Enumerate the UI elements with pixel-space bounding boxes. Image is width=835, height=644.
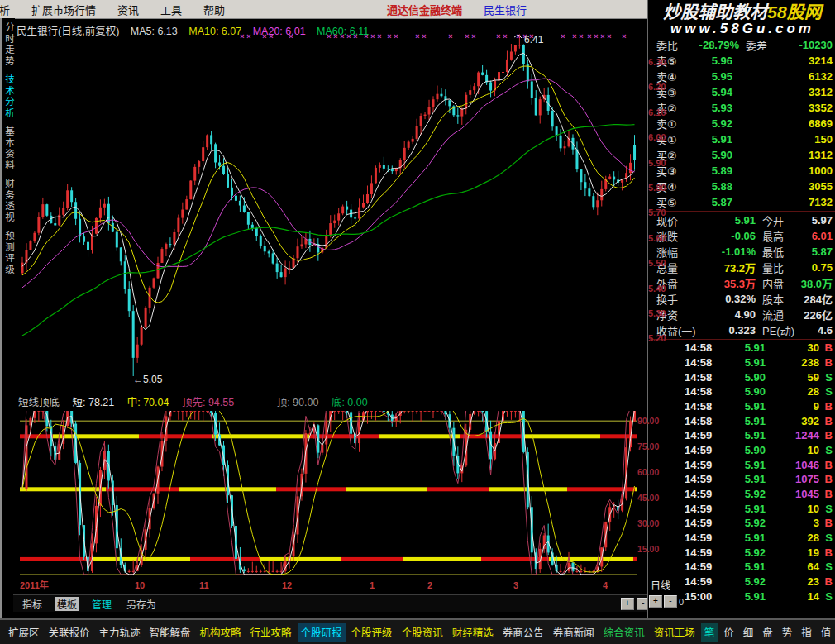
tick-time: 14:58	[685, 341, 723, 354]
menu-item-1[interactable]: 扩展市场行情	[31, 2, 96, 17]
bottombar-值[interactable]: 值	[818, 623, 835, 642]
svg-text:←5.05: ←5.05	[133, 374, 163, 385]
bottombar-券商公告[interactable]: 券商公告	[499, 623, 547, 642]
menu-item-4[interactable]: 帮助	[203, 2, 225, 17]
level-price: 5.93	[689, 102, 732, 114]
bottombar-指[interactable]: 指	[798, 623, 815, 642]
tick-time: 14:59	[685, 459, 723, 471]
buy-level-row[interactable]: 买①5.91150	[648, 131, 835, 147]
tick-row: 14:595.921045B	[648, 487, 835, 502]
bottombar-笔[interactable]: 笔	[701, 623, 718, 642]
bottombar-势[interactable]: 势	[779, 623, 796, 642]
bottombar-盘[interactable]: 盘	[759, 623, 776, 642]
tick-volume: 19	[766, 546, 819, 559]
bottombar-主力轨迹[interactable]: 主力轨迹	[96, 623, 144, 642]
watermark-url: www.58Gu.com	[648, 21, 835, 37]
bottombar-智能解盘[interactable]: 智能解盘	[146, 623, 194, 642]
bottombar-扩展区[interactable]: 扩展区	[5, 623, 43, 642]
zoom-in-button[interactable]: +	[621, 598, 634, 610]
ma60-label: MA60: 6.11	[317, 26, 369, 37]
tdx-terminal-window: { "menu": { "items": ["分析", "扩展市场行情", "资…	[0, 0, 835, 644]
bottombar-关联报价[interactable]: 关联报价	[45, 623, 93, 642]
info-value: -1.01%	[704, 246, 756, 258]
tick-price: 5.91	[723, 341, 766, 354]
bottombar-券商新闻[interactable]: 券商新闻	[550, 623, 598, 642]
sell-level-row[interactable]: 卖④5.956132	[648, 69, 835, 84]
tick-volume: 64	[766, 561, 819, 573]
tick-side: B	[819, 400, 833, 413]
tab-指标[interactable]: 指标	[20, 597, 45, 611]
bottombar-个股研报[interactable]: 个股研报	[298, 623, 346, 642]
tab-管理[interactable]: 管理	[89, 597, 114, 611]
sidebar-item[interactable]: 基本资料	[2, 126, 16, 171]
tick-side: S	[819, 532, 833, 544]
svg-text:11: 11	[199, 580, 209, 590]
sidebar-item[interactable]: 财务透视	[2, 179, 16, 223]
sidebar-item[interactable]: 技术分析	[2, 74, 16, 119]
tick-row: 14:585.9130B	[648, 341, 835, 355]
bottombar-个股评级[interactable]: 个股评级	[348, 623, 396, 642]
bottombar-行业攻略[interactable]: 行业攻略	[247, 623, 295, 642]
minus-button[interactable]: -	[664, 595, 677, 608]
sell-level-row[interactable]: 卖①5.926869	[648, 116, 835, 131]
sell-level-row[interactable]: 卖⑤5.963214	[648, 53, 835, 69]
info-label: PE(动)	[762, 322, 800, 338]
info-label: 涨幅	[656, 244, 704, 260]
sidebar-item[interactable]: 预测评级	[2, 231, 16, 275]
bottombar-财经精选[interactable]: 财经精选	[449, 623, 497, 642]
tick-side: S	[819, 503, 833, 515]
menu-item-3[interactable]: 工具	[160, 2, 182, 17]
menu-item-0[interactable]: 分析	[0, 2, 10, 17]
svg-text:×: ×	[448, 32, 452, 41]
svg-text:×: ×	[622, 32, 626, 41]
tab-模板[interactable]: 模板	[55, 597, 79, 611]
tick-price: 5.92	[723, 517, 766, 529]
tick-volume: 30	[766, 341, 819, 354]
svg-text:2: 2	[427, 580, 432, 590]
menu-item-2[interactable]: 资讯	[117, 2, 139, 17]
tick-side: S	[819, 444, 833, 456]
current-stock-label: 民生银行	[484, 2, 527, 17]
indicator-header-row: 短线顶底 短: 78.21 中: 70.04 顶先: 94.55 顶: 90.0…	[18, 394, 378, 409]
tick-side: B	[819, 473, 833, 485]
sell-level-row[interactable]: 卖③5.943312	[648, 84, 835, 100]
sell-levels: 卖⑤5.963214卖④5.956132卖③5.943312卖②5.933352…	[648, 53, 835, 131]
buy-level-row[interactable]: 买③5.891000	[648, 163, 835, 179]
svg-text:2011年: 2011年	[20, 580, 49, 590]
buy-level-row[interactable]: 买④5.883055	[648, 179, 835, 194]
bottombar-价[interactable]: 价	[720, 623, 737, 642]
svg-text:×: ×	[422, 32, 426, 41]
indicator-name: 短线顶底	[18, 397, 60, 408]
bottombar-细[interactable]: 细	[740, 623, 757, 642]
bottombar-资讯工场[interactable]: 资讯工场	[651, 623, 699, 642]
plus-button[interactable]: +	[649, 595, 662, 608]
tick-price: 5.91	[723, 356, 766, 369]
bottom-toolbar: 扩展区关联报价主力轨迹智能解盘机构攻略行业攻略个股研报个股评级个股资讯财经精选券…	[0, 618, 835, 644]
indicator-top-value: 顶: 90.00	[277, 397, 319, 408]
tick-price: 5.92	[723, 546, 766, 559]
period-label[interactable]: 日线	[648, 578, 685, 592]
info-label: 涨跌	[656, 228, 704, 244]
ma-lines	[22, 53, 635, 336]
buy-level-row[interactable]: 买⑤5.877132	[648, 194, 835, 210]
info-row: 换手0.32%股本284亿	[648, 291, 835, 307]
ma20-label: MA20: 6.01	[253, 26, 306, 37]
tick-volume: 1046	[766, 459, 819, 471]
quote-panel: 炒股辅助教材58股网 www.58Gu.com 委比 -28.79% 委差 -1…	[647, 0, 835, 618]
bottombar-机构攻略[interactable]: 机构攻略	[197, 623, 245, 642]
sidebar-item[interactable]: 分时走势	[2, 22, 16, 67]
tick-time: 15:00	[685, 590, 723, 603]
sell-level-row[interactable]: 卖②5.933352	[648, 100, 835, 116]
watermark: 炒股辅助教材58股网 www.58Gu.com	[648, 0, 835, 37]
level-volume: 150	[732, 133, 833, 145]
svg-text:×: ×	[377, 32, 381, 41]
bottombar-个股资讯[interactable]: 个股资讯	[398, 623, 446, 642]
tab-另存为[interactable]: 另存为	[124, 597, 159, 611]
info-value: 5.91	[704, 214, 756, 227]
level-volume: 1000	[732, 165, 833, 177]
buy-level-row[interactable]: 买②5.901312	[648, 147, 835, 163]
info-row: 外盘35.3万内盘38.0万	[648, 275, 835, 291]
bottombar-综合资讯[interactable]: 综合资讯	[600, 623, 648, 642]
svg-text:×: ×	[522, 32, 527, 41]
level-volume: 1312	[732, 149, 833, 161]
